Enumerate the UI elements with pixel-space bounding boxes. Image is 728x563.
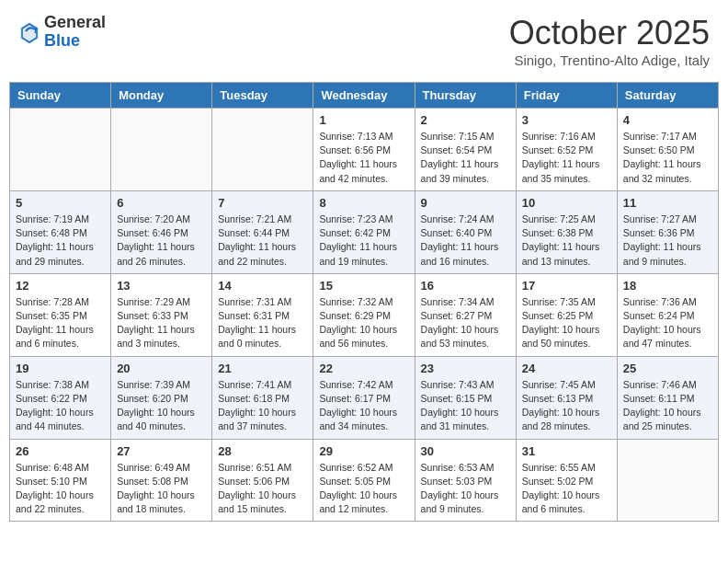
weekday-header-row: SundayMondayTuesdayWednesdayThursdayFrid… xyxy=(10,83,719,109)
calendar-cell xyxy=(617,439,718,522)
calendar-cell: 11Sunrise: 7:27 AM Sunset: 6:36 PM Dayli… xyxy=(617,190,718,273)
calendar-cell: 26Sunrise: 6:48 AM Sunset: 5:10 PM Dayli… xyxy=(10,439,111,522)
day-info: Sunrise: 7:17 AM Sunset: 6:50 PM Dayligh… xyxy=(623,130,712,186)
calendar-cell: 28Sunrise: 6:51 AM Sunset: 5:06 PM Dayli… xyxy=(212,439,313,522)
day-info: Sunrise: 7:28 AM Sunset: 6:35 PM Dayligh… xyxy=(16,295,105,351)
day-info: Sunrise: 7:39 AM Sunset: 6:20 PM Dayligh… xyxy=(117,378,206,434)
calendar-cell: 30Sunrise: 6:53 AM Sunset: 5:03 PM Dayli… xyxy=(415,439,516,522)
calendar-cell xyxy=(10,109,111,191)
day-info: Sunrise: 6:48 AM Sunset: 5:10 PM Dayligh… xyxy=(16,461,105,517)
day-number: 22 xyxy=(319,362,408,375)
calendar-week-row: 19Sunrise: 7:38 AM Sunset: 6:22 PM Dayli… xyxy=(10,356,719,439)
day-info: Sunrise: 7:21 AM Sunset: 6:44 PM Dayligh… xyxy=(218,213,307,269)
day-number: 1 xyxy=(319,113,408,127)
day-info: Sunrise: 7:24 AM Sunset: 6:40 PM Dayligh… xyxy=(421,213,510,269)
day-number: 7 xyxy=(218,196,307,210)
calendar-cell xyxy=(212,109,313,191)
day-info: Sunrise: 7:35 AM Sunset: 6:25 PM Dayligh… xyxy=(522,295,611,351)
day-number: 18 xyxy=(623,279,712,293)
weekday-header-monday: Monday xyxy=(111,83,212,109)
calendar-cell: 17Sunrise: 7:35 AM Sunset: 6:25 PM Dayli… xyxy=(516,273,617,356)
day-number: 15 xyxy=(319,279,408,293)
calendar-cell: 31Sunrise: 6:55 AM Sunset: 5:02 PM Dayli… xyxy=(516,439,617,522)
calendar-cell xyxy=(111,109,212,191)
day-number: 14 xyxy=(218,279,307,293)
day-number: 17 xyxy=(522,279,611,293)
day-info: Sunrise: 7:19 AM Sunset: 6:48 PM Dayligh… xyxy=(16,213,105,269)
calendar-cell: 10Sunrise: 7:25 AM Sunset: 6:38 PM Dayli… xyxy=(516,190,617,273)
day-number: 9 xyxy=(421,196,510,210)
location-subtitle: Sinigo, Trentino-Alto Adige, Italy xyxy=(509,52,710,68)
calendar-week-row: 12Sunrise: 7:28 AM Sunset: 6:35 PM Dayli… xyxy=(10,273,719,356)
day-number: 19 xyxy=(16,362,105,375)
month-title: October 2025 xyxy=(509,14,710,52)
page-header: General Blue October 2025 Sinigo, Trenti… xyxy=(9,9,719,73)
svg-marker-0 xyxy=(20,22,39,44)
day-number: 13 xyxy=(117,279,206,293)
day-number: 31 xyxy=(522,444,611,458)
calendar-cell: 21Sunrise: 7:41 AM Sunset: 6:18 PM Dayli… xyxy=(212,356,313,439)
logo: General Blue xyxy=(18,14,106,51)
calendar-cell: 8Sunrise: 7:23 AM Sunset: 6:42 PM Daylig… xyxy=(313,190,415,273)
calendar-cell: 25Sunrise: 7:46 AM Sunset: 6:11 PM Dayli… xyxy=(617,356,718,439)
day-number: 20 xyxy=(117,362,206,375)
calendar-cell: 22Sunrise: 7:42 AM Sunset: 6:17 PM Dayli… xyxy=(313,356,415,439)
day-number: 12 xyxy=(16,279,105,293)
day-info: Sunrise: 7:23 AM Sunset: 6:42 PM Dayligh… xyxy=(319,213,408,269)
weekday-header-tuesday: Tuesday xyxy=(212,83,313,109)
calendar-cell: 18Sunrise: 7:36 AM Sunset: 6:24 PM Dayli… xyxy=(617,273,718,356)
calendar-cell: 9Sunrise: 7:24 AM Sunset: 6:40 PM Daylig… xyxy=(415,190,516,273)
calendar-cell: 20Sunrise: 7:39 AM Sunset: 6:20 PM Dayli… xyxy=(111,356,212,439)
calendar-cell: 4Sunrise: 7:17 AM Sunset: 6:50 PM Daylig… xyxy=(617,109,718,191)
calendar-cell: 7Sunrise: 7:21 AM Sunset: 6:44 PM Daylig… xyxy=(212,190,313,273)
day-info: Sunrise: 6:49 AM Sunset: 5:08 PM Dayligh… xyxy=(117,461,206,517)
logo-general: General xyxy=(44,14,106,32)
day-number: 3 xyxy=(522,113,611,127)
day-info: Sunrise: 7:20 AM Sunset: 6:46 PM Dayligh… xyxy=(117,213,206,269)
logo-blue: Blue xyxy=(44,32,106,51)
day-info: Sunrise: 7:25 AM Sunset: 6:38 PM Dayligh… xyxy=(522,213,611,269)
day-number: 30 xyxy=(421,444,510,458)
day-number: 16 xyxy=(421,279,510,293)
day-number: 2 xyxy=(421,113,510,127)
day-number: 4 xyxy=(623,113,712,127)
calendar-cell: 1Sunrise: 7:13 AM Sunset: 6:56 PM Daylig… xyxy=(313,109,415,191)
day-number: 27 xyxy=(117,444,206,458)
day-number: 23 xyxy=(421,362,510,375)
day-info: Sunrise: 7:32 AM Sunset: 6:29 PM Dayligh… xyxy=(319,295,408,351)
calendar-cell: 23Sunrise: 7:43 AM Sunset: 6:15 PM Dayli… xyxy=(415,356,516,439)
calendar-cell: 24Sunrise: 7:45 AM Sunset: 6:13 PM Dayli… xyxy=(516,356,617,439)
calendar-cell: 5Sunrise: 7:19 AM Sunset: 6:48 PM Daylig… xyxy=(10,190,111,273)
day-info: Sunrise: 6:52 AM Sunset: 5:05 PM Dayligh… xyxy=(319,461,408,517)
weekday-header-saturday: Saturday xyxy=(617,83,718,109)
day-number: 24 xyxy=(522,362,611,375)
day-number: 29 xyxy=(319,444,408,458)
day-info: Sunrise: 7:27 AM Sunset: 6:36 PM Dayligh… xyxy=(623,213,712,269)
day-info: Sunrise: 6:51 AM Sunset: 5:06 PM Dayligh… xyxy=(218,461,307,517)
day-info: Sunrise: 6:55 AM Sunset: 5:02 PM Dayligh… xyxy=(522,461,611,517)
calendar-cell: 16Sunrise: 7:34 AM Sunset: 6:27 PM Dayli… xyxy=(415,273,516,356)
day-number: 8 xyxy=(319,196,408,210)
calendar-cell: 19Sunrise: 7:38 AM Sunset: 6:22 PM Dayli… xyxy=(10,356,111,439)
calendar-cell: 2Sunrise: 7:15 AM Sunset: 6:54 PM Daylig… xyxy=(415,109,516,191)
day-number: 21 xyxy=(218,362,307,375)
day-info: Sunrise: 7:42 AM Sunset: 6:17 PM Dayligh… xyxy=(319,378,408,434)
calendar-week-row: 1Sunrise: 7:13 AM Sunset: 6:56 PM Daylig… xyxy=(10,109,719,191)
day-info: Sunrise: 7:13 AM Sunset: 6:56 PM Dayligh… xyxy=(319,130,408,186)
day-info: Sunrise: 7:41 AM Sunset: 6:18 PM Dayligh… xyxy=(218,378,307,434)
day-number: 26 xyxy=(16,444,105,458)
title-block: October 2025 Sinigo, Trentino-Alto Adige… xyxy=(509,14,710,68)
calendar-cell: 13Sunrise: 7:29 AM Sunset: 6:33 PM Dayli… xyxy=(111,273,212,356)
calendar-cell: 29Sunrise: 6:52 AM Sunset: 5:05 PM Dayli… xyxy=(313,439,415,522)
calendar-cell: 6Sunrise: 7:20 AM Sunset: 6:46 PM Daylig… xyxy=(111,190,212,273)
day-info: Sunrise: 7:31 AM Sunset: 6:31 PM Dayligh… xyxy=(218,295,307,351)
calendar-table: SundayMondayTuesdayWednesdayThursdayFrid… xyxy=(9,82,719,522)
day-number: 5 xyxy=(16,196,105,210)
logo-text: General Blue xyxy=(44,14,106,51)
day-info: Sunrise: 7:34 AM Sunset: 6:27 PM Dayligh… xyxy=(421,295,510,351)
day-info: Sunrise: 7:45 AM Sunset: 6:13 PM Dayligh… xyxy=(522,378,611,434)
weekday-header-friday: Friday xyxy=(516,83,617,109)
day-info: Sunrise: 7:16 AM Sunset: 6:52 PM Dayligh… xyxy=(522,130,611,186)
day-number: 6 xyxy=(117,196,206,210)
weekday-header-sunday: Sunday xyxy=(10,83,111,109)
